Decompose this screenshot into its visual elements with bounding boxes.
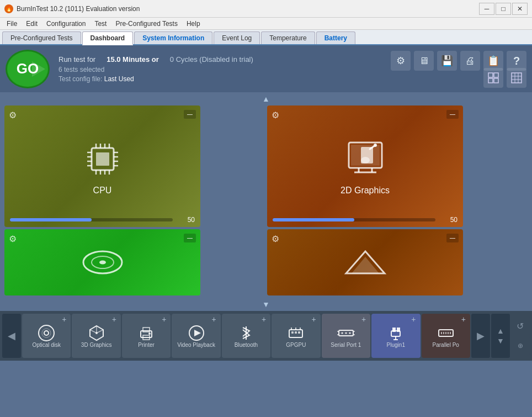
svg-rect-2 bbox=[488, 78, 493, 83]
tile-disk: ⚙ ─ bbox=[4, 229, 200, 295]
tab-system-information[interactable]: System Information bbox=[134, 31, 212, 44]
tile-settings-disk[interactable]: ⚙ bbox=[9, 234, 17, 244]
dock-add-printer[interactable]: + bbox=[162, 315, 166, 324]
dock-add-parallel[interactable]: + bbox=[461, 315, 466, 324]
dock-label-parallel: Parallel Po bbox=[433, 342, 459, 348]
dock-add-gpgpu[interactable]: + bbox=[311, 315, 316, 324]
dock-back-button[interactable]: ◀ bbox=[2, 314, 21, 358]
dock-refresh-button[interactable]: ↺ bbox=[511, 316, 530, 335]
tile-label-cpu: CPU bbox=[93, 186, 112, 196]
dock-item-video[interactable]: + Video Playback bbox=[172, 314, 220, 358]
disk-icon bbox=[81, 249, 125, 276]
save-icon[interactable]: 💾 bbox=[437, 51, 457, 71]
svg-point-35 bbox=[374, 144, 377, 147]
tab-event-log[interactable]: Event Log bbox=[214, 31, 260, 44]
tile-minimize-cpu[interactable]: ─ bbox=[184, 110, 196, 119]
tile-minimize-2d[interactable]: ─ bbox=[446, 110, 459, 119]
dock-add-optical[interactable]: + bbox=[62, 315, 66, 324]
scroll-up-arrow[interactable]: ▲ bbox=[0, 92, 532, 105]
svg-point-66 bbox=[349, 332, 350, 334]
config-label: Test config file: bbox=[58, 75, 102, 83]
maximize-button[interactable]: □ bbox=[496, 3, 511, 15]
dock-label-plugin1: Plugin1 bbox=[387, 342, 405, 348]
tile-cpu: ⚙ ─ CPU bbox=[4, 105, 200, 227]
optical-disk-icon bbox=[38, 324, 55, 342]
svg-rect-10 bbox=[96, 152, 109, 166]
dock-item-bluetooth[interactable]: + Bluetooth bbox=[222, 314, 270, 358]
dock-item-serial-port[interactable]: + Serial Port 1 bbox=[322, 314, 370, 358]
3d-graphics-icon bbox=[88, 324, 105, 342]
tile-settings-cpu[interactable]: ⚙ bbox=[9, 110, 17, 120]
svg-point-43 bbox=[42, 329, 51, 337]
menu-preconfigured[interactable]: Pre-Configured Tests bbox=[111, 19, 182, 29]
dock-add-video[interactable]: + bbox=[212, 315, 216, 324]
dock-add-bluetooth[interactable]: + bbox=[262, 315, 266, 324]
tests-selected: 6 tests selected bbox=[58, 66, 104, 73]
dock-label-video: Video Playback bbox=[177, 342, 215, 348]
svg-line-47 bbox=[97, 330, 103, 333]
menu-test[interactable]: Test bbox=[90, 19, 111, 29]
tile-minimize-network[interactable]: ─ bbox=[446, 234, 459, 242]
dock-label-3d: 3D Graphics bbox=[81, 342, 112, 348]
dock-label-serial: Serial Port 1 bbox=[331, 342, 361, 348]
tab-preconfigured[interactable]: Pre-Configured Tests bbox=[2, 31, 81, 44]
dock-item-optical-disk[interactable]: + Optical disk bbox=[22, 314, 71, 358]
dock-item-gpgpu[interactable]: + GPGPU bbox=[272, 314, 320, 358]
menu-configuration[interactable]: Configuration bbox=[42, 19, 90, 29]
menu-help[interactable]: Help bbox=[182, 19, 205, 29]
header-row: GO Run test for 15.0 Minutes or 0 Cycles… bbox=[0, 45, 532, 92]
grid-view-icon[interactable] bbox=[507, 68, 526, 88]
dock-item-parallel-port[interactable]: + Parallel Po bbox=[422, 314, 470, 358]
tile-minimize-disk[interactable]: ─ bbox=[184, 234, 196, 242]
dock-add-serial[interactable]: + bbox=[361, 315, 366, 324]
close-button[interactable]: ✕ bbox=[512, 3, 528, 15]
svg-rect-3 bbox=[494, 78, 498, 83]
settings-icon[interactable]: ⚙ bbox=[391, 51, 411, 71]
bluetooth-icon bbox=[237, 324, 255, 342]
menu-file[interactable]: File bbox=[2, 19, 22, 29]
dock-add-plugin[interactable]: + bbox=[411, 315, 416, 324]
title-bar: 🔥 BurnInTest 10.2 (1011) Evaluation vers… bbox=[0, 0, 532, 18]
go-button[interactable]: GO bbox=[6, 50, 50, 88]
dock-item-plugin1[interactable]: + Plugin1 bbox=[371, 314, 420, 358]
test-info: Run test for 15.0 Minutes or 0 Cycles (D… bbox=[58, 55, 253, 83]
svg-rect-1 bbox=[494, 73, 498, 77]
dock-scroll-arrows[interactable]: ▲ ▼ bbox=[491, 314, 510, 358]
window-title: BurnInTest 10.2 (1011) Evaluation versio… bbox=[17, 5, 479, 13]
print-icon[interactable]: 🖨 bbox=[460, 51, 480, 71]
svg-point-64 bbox=[341, 332, 343, 334]
display-icon[interactable]: 🖥 bbox=[414, 51, 434, 71]
printer-icon bbox=[137, 324, 155, 342]
serial-port-icon bbox=[337, 324, 355, 342]
dock-scroll-up[interactable]: ▲ bbox=[497, 327, 504, 335]
svg-marker-54 bbox=[194, 330, 201, 336]
dock-forward-button[interactable]: ▶ bbox=[471, 314, 490, 358]
svg-point-41 bbox=[39, 325, 54, 341]
tab-dashboard[interactable]: Dashboard bbox=[82, 31, 134, 45]
scroll-down-arrow[interactable]: ▼ bbox=[0, 298, 532, 311]
tab-temperature[interactable]: Temperature bbox=[261, 31, 315, 44]
minimize-button[interactable]: ─ bbox=[479, 3, 494, 15]
window-view-icon[interactable] bbox=[483, 68, 503, 88]
dock-item-3d-graphics[interactable]: + 3D Graphics bbox=[72, 314, 120, 358]
cpu-icon bbox=[81, 137, 125, 181]
dock-scroll-down[interactable]: ▼ bbox=[497, 337, 504, 345]
dock-label-bluetooth: Bluetooth bbox=[235, 342, 258, 348]
window-controls: ─ □ ✕ bbox=[479, 3, 528, 15]
menu-edit[interactable]: Edit bbox=[22, 19, 42, 29]
tab-battery[interactable]: Battery bbox=[316, 31, 355, 44]
tile-settings-network[interactable]: ⚙ bbox=[272, 234, 279, 244]
dock-add-3d[interactable]: + bbox=[112, 315, 116, 324]
video-playback-icon bbox=[188, 324, 205, 342]
dock-label-printer: Printer bbox=[138, 342, 154, 348]
dock-item-printer[interactable]: + Printer bbox=[122, 314, 171, 358]
dock-refresh-button2[interactable]: ⊕ bbox=[511, 336, 530, 355]
svg-marker-40 bbox=[352, 257, 379, 273]
tiles-container: ⚙ ─ CPU bbox=[0, 105, 532, 298]
svg-point-48 bbox=[95, 332, 98, 334]
bottom-dock: ◀ + Optical disk + 3D Graphics bbox=[0, 311, 532, 361]
plugin1-icon bbox=[387, 324, 405, 342]
tab-bar: Pre-Configured Tests Dashboard System In… bbox=[0, 30, 532, 45]
tile-settings-2d[interactable]: ⚙ bbox=[272, 110, 279, 120]
config-value: Last Used bbox=[104, 75, 134, 83]
